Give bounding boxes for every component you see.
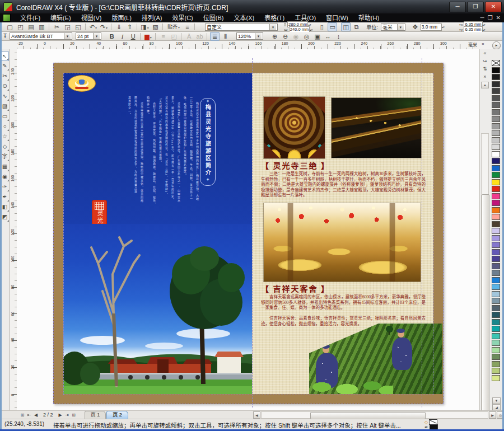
section2-heading[interactable]: 【 吉祥天客舍 】	[261, 283, 429, 294]
scroll-right-arrow[interactable]: ▶	[489, 411, 496, 419]
color-swatch[interactable]	[492, 312, 500, 318]
new-icon[interactable]: ▢	[5, 22, 15, 31]
add-page-end-icon[interactable]: ⊞	[71, 411, 77, 419]
text-tool[interactable]: 字	[1, 152, 9, 162]
add-page-icon[interactable]: ⊞	[19, 411, 26, 419]
temple-ceiling-photo[interactable]	[264, 97, 325, 158]
crop-tool[interactable]: ✂	[1, 72, 9, 81]
left-page[interactable]: 梅县灵光寺旅游风景区位于叶剑英元帅的故居──梅县雁洋镇，占地一万二千多亩，以佛教…	[63, 73, 252, 394]
color-swatch[interactable]	[492, 263, 500, 269]
collapse-dockers-icon[interactable]: «	[481, 50, 489, 57]
table-tool[interactable]: ▦	[1, 162, 9, 172]
vertical-text-icon[interactable]: ⫴	[221, 32, 230, 41]
color-swatch[interactable]	[492, 165, 500, 171]
zoom-tool[interactable]: ⊙	[1, 82, 9, 91]
bold-icon[interactable]: B	[107, 32, 116, 41]
minimize-button[interactable]: ─	[449, 2, 466, 12]
color-swatch[interactable]	[492, 249, 500, 255]
docker-scroll-icon[interactable]: ⇅	[481, 65, 489, 73]
color-swatch[interactable]	[492, 67, 500, 73]
section2-paragraph1[interactable]: 吉祥天客舍远离喧闹的市区，依山傍水，建筑面积6000多平方米，豪华典雅，餐厅能够…	[261, 294, 426, 311]
color-swatch[interactable]	[492, 130, 500, 136]
options-icon[interactable]: ≡	[183, 22, 192, 31]
scroll-up-arrow[interactable]: ▲	[481, 82, 489, 88]
color-swatch[interactable]	[492, 326, 500, 332]
zoom-out-icon[interactable]: ⊖	[281, 32, 290, 41]
color-swatch[interactable]	[492, 242, 500, 248]
units-combo[interactable]: 毫米▾	[381, 24, 405, 31]
zoom-level-combo[interactable]: 120%▾	[236, 32, 263, 40]
text-color-icon[interactable]: ▆	[143, 32, 153, 41]
fill-tool[interactable]: ◧	[1, 203, 9, 212]
menu-item[interactable]: 文本(X)	[228, 13, 259, 22]
menu-item[interactable]: 排列(A)	[137, 13, 167, 22]
color-swatch[interactable]	[492, 305, 500, 311]
save-icon[interactable]: ▤	[26, 22, 36, 31]
freehand-tool[interactable]: ∿	[1, 92, 9, 101]
color-swatch[interactable]	[492, 137, 500, 143]
section1-heading[interactable]: 【 灵光寺三绝 】	[261, 160, 429, 171]
zoom-preset-combo[interactable]: 自定义▾	[205, 24, 278, 31]
zoom-actual-icon[interactable]: ◉	[291, 32, 301, 41]
color-swatch[interactable]	[492, 221, 500, 227]
color-swatch[interactable]	[492, 354, 500, 360]
palette-scroll-down-icon[interactable]: ▼	[492, 397, 501, 404]
snap-to-dropdown[interactable]: 贴齐	[166, 22, 181, 31]
color-swatch[interactable]	[492, 361, 500, 367]
color-swatch[interactable]	[492, 277, 500, 283]
portrait-icon[interactable]: ▯	[317, 22, 326, 31]
color-swatch[interactable]	[492, 291, 500, 297]
page-tab[interactable]: 页 1	[85, 411, 106, 419]
section1-paragraph[interactable]: 三绝：一绝是生死树，寺前有一生一死的两棵大柏树，树高30多米，生树繁枝叶茂，生机…	[261, 171, 426, 198]
eyedropper-tool[interactable]: ✑	[1, 182, 9, 192]
color-swatch[interactable]	[492, 74, 500, 80]
italic-icon[interactable]: I	[118, 32, 127, 41]
undo-icon[interactable]: ↶	[88, 22, 98, 31]
color-swatch[interactable]	[492, 123, 500, 129]
horizontal-text-icon[interactable]: ≣	[210, 32, 220, 41]
duplicate-y-spinner[interactable]: ▴▾	[483, 28, 486, 31]
ellipse-tool[interactable]: ○	[1, 122, 9, 132]
mdi-restore-button[interactable]: ❐	[488, 15, 493, 21]
color-swatch[interactable]	[492, 172, 500, 178]
color-swatch[interactable]	[492, 186, 500, 192]
color-swatch[interactable]	[492, 102, 500, 108]
outline-pen-tool[interactable]: ✒	[1, 193, 9, 202]
vertical-scrollbar-thumb[interactable]	[482, 194, 489, 431]
color-swatch[interactable]	[492, 60, 500, 66]
color-swatch[interactable]	[492, 207, 500, 213]
page-tab[interactable]: 页 2	[106, 411, 128, 419]
open-icon[interactable]: ◰	[16, 22, 25, 31]
color-swatch[interactable]	[492, 95, 500, 101]
color-swatch[interactable]	[492, 144, 500, 150]
nudge-field[interactable]: 3.0 mm	[421, 24, 442, 31]
collapse-palette-icon[interactable]: «	[482, 41, 484, 46]
color-swatch[interactable]	[492, 193, 500, 199]
color-swatch[interactable]	[492, 81, 500, 87]
menu-item[interactable]: 表格(T)	[259, 13, 290, 22]
color-swatch[interactable]	[492, 179, 500, 185]
duplicate-x-spinner[interactable]: ▴▾	[483, 23, 486, 26]
interactive-fill-tool[interactable]: ◩	[1, 213, 9, 222]
first-page-icon[interactable]: ⇤	[26, 411, 32, 419]
close-button[interactable]: ✕	[485, 2, 502, 12]
close-docker-icon[interactable]: ×	[481, 73, 489, 81]
import-icon[interactable]: ⇓	[114, 22, 124, 31]
next-page-icon[interactable]: ▶	[57, 411, 64, 419]
temple-landscape-photo[interactable]	[63, 224, 252, 394]
color-swatch[interactable]	[492, 368, 500, 374]
font-combo[interactable]: AvantGarde Bk BT▾	[10, 32, 72, 40]
character-formatting-icon[interactable]: Ā	[184, 32, 194, 41]
cut-icon[interactable]: ✂	[52, 22, 62, 31]
app-launcher-icon[interactable]: ◨	[140, 22, 150, 31]
menu-item[interactable]: 版面(L)	[106, 13, 136, 22]
smart-fill-tool[interactable]: ▨	[1, 102, 9, 111]
vertical-scrollbar[interactable]	[481, 133, 489, 431]
rectangle-tool[interactable]: ▭	[1, 112, 9, 121]
underline-icon[interactable]: U	[128, 32, 138, 41]
color-swatch[interactable]	[492, 158, 500, 164]
font-size-combo[interactable]: 24 pt▾	[76, 32, 101, 40]
menu-item[interactable]: 视图(V)	[76, 13, 107, 22]
copy-icon[interactable]: ◲	[63, 22, 72, 31]
color-swatch[interactable]	[492, 214, 500, 220]
